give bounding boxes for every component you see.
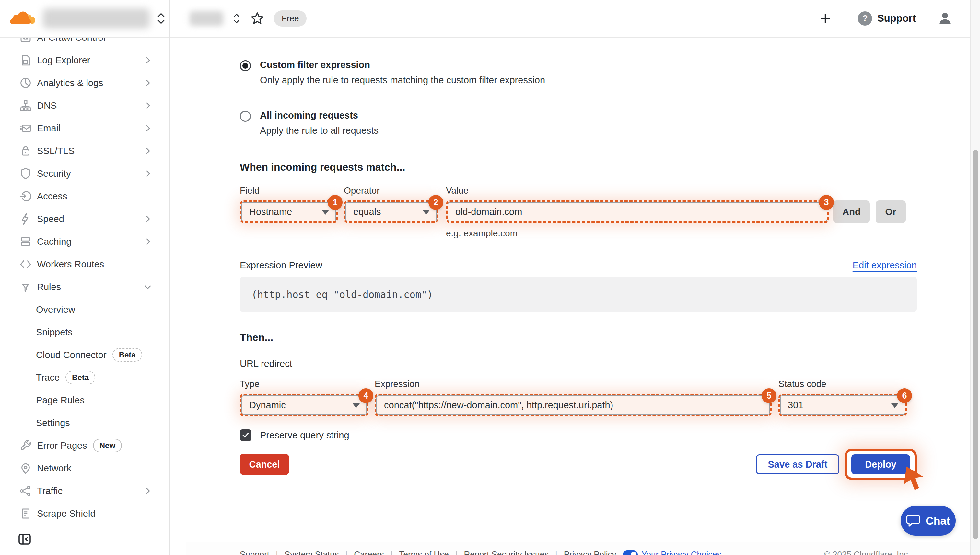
sidebar-item-speed[interactable]: Speed: [0, 208, 169, 230]
sidebar-item-label: Caching: [37, 236, 71, 247]
document-icon: [18, 506, 33, 521]
chevron-right-icon: [143, 146, 153, 156]
account-selector[interactable]: [8, 0, 166, 37]
sidebar-item-ai-crawl-control[interactable]: AI Crawl Control: [0, 38, 169, 49]
wrench-icon: [18, 438, 33, 453]
access-icon: [18, 189, 33, 204]
sidebar-item-label: Traffic: [37, 486, 63, 496]
then-labels-row: Type Expression Status code: [240, 379, 917, 389]
favorite-star-icon[interactable]: [250, 11, 265, 26]
copyright-text: © 2025 Cloudflare, Inc.: [824, 550, 910, 555]
beta-badge: Beta: [113, 348, 142, 362]
radio-unselected-icon[interactable]: [240, 111, 251, 122]
pin-icon: [18, 461, 33, 476]
sidebar-item-email[interactable]: Email: [0, 117, 169, 140]
sidebar-item-trace[interactable]: Trace Beta: [0, 366, 169, 389]
scope-option-custom[interactable]: Custom filter expression Only apply the …: [240, 59, 917, 85]
footer-link[interactable]: System Status: [285, 550, 339, 555]
chat-button[interactable]: Chat: [901, 506, 956, 536]
cancel-button[interactable]: Cancel: [240, 454, 289, 475]
sidebar-item-scrape-shield[interactable]: Scrape Shield: [0, 502, 169, 523]
sidebar-item-label: Overview: [36, 305, 75, 315]
preserve-query-label: Preserve query string: [260, 430, 349, 441]
support-menu[interactable]: ? Support: [858, 11, 916, 26]
sidebar-item-caching[interactable]: Caching: [0, 230, 169, 253]
sidebar-item-dns[interactable]: DNS: [0, 94, 169, 117]
expression-preview-row: Expression Preview Edit expression: [240, 260, 917, 271]
sidebar-item-ssl-tls[interactable]: SSL/TLS: [0, 140, 169, 162]
sidebar-item-error-pages[interactable]: Error Pages New: [0, 434, 169, 457]
footer-link[interactable]: Careers: [354, 550, 384, 555]
sidebar-divider: [169, 0, 170, 555]
sidebar-item-access[interactable]: Access: [0, 185, 169, 208]
redirect-type-select[interactable]: Dynamic 4: [240, 394, 369, 416]
privacy-choices-link[interactable]: Your Privacy Choices: [623, 550, 721, 555]
sidebar-item-label: SSL/TLS: [37, 146, 74, 156]
add-site-icon[interactable]: +: [820, 10, 830, 27]
preserve-query-row[interactable]: Preserve query string: [240, 429, 917, 441]
sidebar-item-security[interactable]: Security: [0, 162, 169, 185]
preserve-query-checkbox[interactable]: [240, 429, 251, 441]
zone-selector[interactable]: Free: [190, 0, 307, 37]
sidebar-item-cloud-connector[interactable]: Cloud Connector Beta: [0, 343, 169, 366]
field-select[interactable]: Hostname 1: [240, 201, 338, 223]
account-name-redacted: [43, 8, 150, 29]
collapse-sidebar-icon[interactable]: [17, 531, 32, 547]
top-bar: Free + ? Support: [0, 0, 980, 38]
radio-selected-icon[interactable]: [240, 60, 251, 71]
or-button[interactable]: Or: [875, 201, 906, 223]
sidebar-item-page-rules[interactable]: Page Rules: [0, 389, 169, 412]
bolt-icon: [18, 212, 33, 226]
footer-link[interactable]: Privacy Policy: [564, 550, 616, 555]
expression-preview-label: Expression Preview: [240, 260, 322, 271]
cloudflare-logo: [8, 10, 36, 27]
value-hint: e.g. example.com: [446, 228, 917, 239]
match-heading: When incoming requests match...: [240, 161, 917, 173]
value-label: Value: [446, 186, 829, 196]
scrollbar-thumb[interactable]: [973, 150, 978, 539]
plan-badge: Free: [274, 10, 307, 27]
sidebar-item-workers-routes[interactable]: Workers Routes: [0, 253, 169, 276]
sidebar-item-rules[interactable]: Rules: [0, 276, 169, 298]
save-as-draft-button[interactable]: Save as Draft: [756, 454, 840, 474]
chevron-right-icon: [143, 124, 153, 133]
operator-select[interactable]: equals 2: [344, 201, 438, 223]
footer-link[interactable]: Terms of Use: [399, 550, 449, 555]
sidebar-item-snippets[interactable]: Snippets: [0, 321, 169, 343]
footer-link[interactable]: Report Security Issues: [464, 550, 549, 555]
cloudflare-dashboard: Free + ? Support AI Crawl C: [0, 0, 980, 555]
sidebar-item-network[interactable]: Network: [0, 457, 169, 480]
sidebar-item-analytics-logs[interactable]: Analytics & logs: [0, 72, 169, 94]
edit-expression-link[interactable]: Edit expression: [853, 260, 917, 271]
zone-name-redacted: [190, 11, 223, 26]
account-switcher-chevron-icon[interactable]: [156, 11, 166, 26]
sidebar-item-rules-settings[interactable]: Settings: [0, 412, 169, 434]
redirect-expression-input[interactable]: concat("https://new-domain.com", http.re…: [375, 394, 772, 416]
sidebar-item-log-explorer[interactable]: Log Explorer: [0, 49, 169, 72]
form-actions-row: Cancel Save as Draft Deploy: [240, 449, 917, 480]
zone-switcher-chevron-icon[interactable]: [232, 12, 241, 25]
chevron-right-icon: [143, 486, 153, 496]
sidebar-item-rules-overview[interactable]: Overview: [0, 298, 169, 321]
dropdown-caret-icon: [423, 210, 430, 215]
sidebar-item-label: Speed: [37, 214, 64, 225]
sidebar-nav: AI Crawl Control Log Explorer Analytics …: [0, 38, 169, 523]
user-avatar-icon[interactable]: [937, 11, 953, 26]
shield-icon: [18, 166, 33, 181]
type-label: Type: [240, 379, 369, 389]
lock-icon: [18, 143, 33, 158]
annotation-step-2: 2: [428, 195, 443, 210]
status-code-select[interactable]: 301 6: [779, 394, 907, 416]
chevron-right-icon: [143, 101, 153, 111]
funnel-icon: [18, 279, 33, 294]
sidebar-item-label: Trace: [36, 372, 60, 383]
sidebar-item-label: AI Crawl Control: [37, 38, 105, 43]
annotation-step-6: 6: [897, 388, 912, 403]
scope-option-all[interactable]: All incoming requests Apply the rule to …: [240, 110, 917, 136]
sidebar-item-traffic[interactable]: Traffic: [0, 480, 169, 502]
and-button[interactable]: And: [833, 201, 870, 223]
value-input[interactable]: old-domain.com 3: [446, 201, 829, 223]
scrollbar-track[interactable]: [970, 0, 980, 555]
footer-link[interactable]: Support: [240, 550, 269, 555]
top-bar-actions: + ? Support: [820, 0, 953, 37]
